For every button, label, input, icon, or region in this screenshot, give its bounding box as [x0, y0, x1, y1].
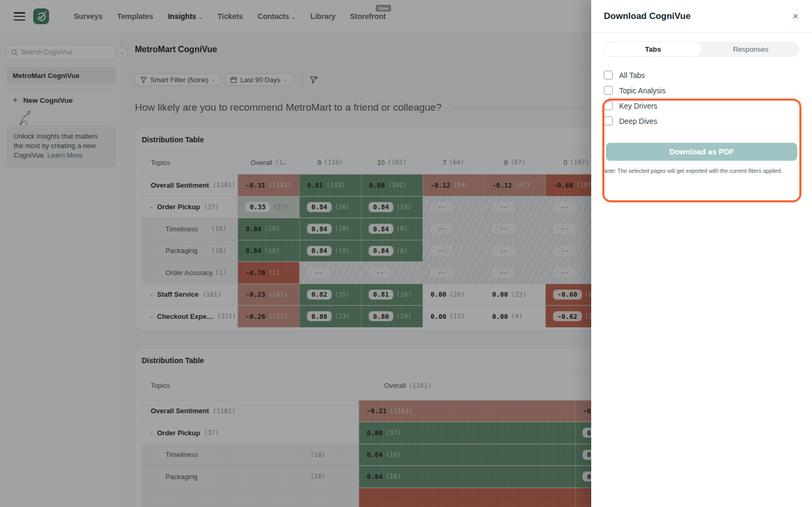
nav-item-library[interactable]: Library — [310, 12, 335, 21]
modal-title: Download CogniVue — [604, 11, 691, 22]
close-icon[interactable]: × — [793, 11, 798, 21]
modal-body: TabsResponses All TabsTopic AnalysisKey … — [591, 33, 812, 174]
topic-cell: Order Accuracy(1) — [142, 262, 238, 284]
score-cell[interactable]: 0.00(20) — [423, 284, 484, 306]
nav-item-contacts[interactable]: Contacts⌄ — [258, 12, 296, 21]
score-count: (35) — [335, 291, 350, 298]
new-cognivue-button[interactable]: + New CogniVue — [13, 95, 73, 105]
score-count: (8) — [396, 225, 408, 232]
score-value: -0.26 — [246, 313, 266, 320]
add-filter-button[interactable] — [309, 75, 318, 84]
score-pill: 0.80 — [369, 311, 393, 321]
empty-cell: -- — [299, 262, 361, 284]
score-cell[interactable]: 0.84(18) — [238, 240, 299, 262]
score-pill: 0.80 — [307, 311, 331, 321]
nav-item-tickets[interactable]: Tickets — [218, 12, 243, 21]
score-cell[interactable]: 0.84(10) — [299, 240, 361, 262]
checkbox[interactable] — [604, 86, 613, 95]
modal-tab-responses[interactable]: Responses — [702, 42, 800, 57]
search-box[interactable] — [6, 45, 116, 60]
score-pill: 0.84 — [369, 246, 393, 256]
sidebar-item-label: MetroMart CogniVue — [13, 72, 80, 80]
topic-label: Timeliness — [165, 225, 198, 233]
checkbox-row-key-drivers[interactable]: Key Drivers — [604, 101, 799, 110]
no-data-pill: -- — [431, 202, 453, 212]
score-cell[interactable]: 0.84(18) — [359, 444, 575, 466]
score-cell[interactable]: 0.84(20) — [299, 197, 361, 218]
date-range-button[interactable]: Last 90 Days ⌄ — [225, 73, 292, 86]
topic-cell[interactable]: ⌄Order Pickup(37) — [142, 422, 359, 444]
score-cell[interactable]: 0.84(8) — [361, 240, 423, 262]
nav-item-surveys[interactable]: Surveys — [74, 12, 102, 21]
score-cell[interactable]: 0.84(18) — [238, 218, 299, 240]
nav-item-templates[interactable]: Templates — [117, 12, 153, 21]
score-cell[interactable]: 0.80(102) — [361, 174, 423, 196]
score-cell[interactable]: -0.12(67) — [484, 174, 545, 196]
score-cell[interactable]: 0.84(16) — [361, 197, 423, 218]
sidebar-item-metromart-cognivue[interactable]: MetroMart CogniVue — [6, 67, 116, 83]
score-cell[interactable]: 0.80(20) — [361, 306, 423, 327]
score-cell[interactable]: 0.00(4) — [484, 306, 545, 327]
topic-cell[interactable]: ⌄Staff Service(181) — [142, 284, 238, 306]
app-logo[interactable] — [33, 8, 50, 25]
topic-label: Order Accuracy — [165, 269, 213, 277]
score-count: (311) — [269, 313, 288, 320]
sidebar-collapse-button[interactable]: ‹ — [116, 47, 128, 58]
score-cell[interactable]: 0.84(18) — [359, 466, 575, 487]
chevron-down-icon: ⌄ — [291, 14, 296, 20]
no-data-pill: -- — [553, 246, 575, 256]
score-count: (37) — [386, 429, 401, 436]
learn-more-link[interactable]: Learn More — [47, 151, 82, 159]
score-pill: -0.60 — [553, 290, 582, 299]
score-count: (67) — [515, 181, 531, 189]
empty-cell: -- — [484, 240, 545, 262]
score-cell[interactable]: -0.23(181) — [238, 284, 299, 306]
score-cell[interactable]: 0.81(118) — [299, 174, 361, 196]
download-as-pdf-button[interactable]: Download as PDF — [606, 143, 797, 161]
checkbox[interactable] — [604, 101, 613, 110]
checkbox-row-deep-dives[interactable]: Deep Dives — [604, 116, 799, 125]
hamburger-menu-icon[interactable] — [14, 12, 25, 21]
score-cell[interactable]: -0.70(1) — [238, 262, 299, 284]
score-pill: 0.84 — [307, 246, 331, 256]
score-cell[interactable]: 0.80(37) — [359, 422, 575, 444]
no-data-pill: -- — [431, 246, 453, 256]
sidebar: MetroMart CogniVue + New CogniVue Unlock… — [0, 33, 122, 507]
score-cell[interactable]: -0.12(64) — [423, 174, 484, 196]
score-value: -0.62 — [557, 313, 578, 320]
score-cell[interactable]: 0.00(13) — [423, 306, 484, 327]
score-cell[interactable]: 0.80(23) — [299, 306, 361, 327]
smart-filter-button[interactable]: Smart Filter (None) ⌄ — [135, 73, 221, 86]
topic-cell[interactable]: ⌄Order Pickup(37) — [142, 197, 238, 218]
score-value: 0.84 — [311, 247, 327, 255]
score-cell[interactable]: -0.26(311) — [238, 306, 299, 327]
score-cell[interactable]: 0.00(22) — [484, 284, 545, 306]
score-cell[interactable]: -0.31(1181) — [238, 174, 299, 196]
column-header: Topics — [142, 151, 238, 174]
checkbox-row-all-tabs[interactable]: All Tabs — [604, 71, 799, 80]
topic-label: Staff Service — [157, 290, 199, 298]
score-value: 0.84 — [246, 225, 261, 233]
topic-count: (18) — [310, 473, 326, 480]
no-data-pill: -- — [553, 268, 575, 277]
nav-item-storefront[interactable]: StorefrontNew — [350, 12, 386, 21]
modal-tab-tabs[interactable]: Tabs — [604, 42, 702, 57]
score-cell[interactable]: 0.82(35) — [299, 284, 361, 306]
score-value: -0.70 — [246, 269, 266, 277]
score-cell[interactable]: 0.84(8) — [361, 218, 423, 240]
checkbox[interactable] — [604, 116, 613, 125]
checkbox-label: Key Drivers — [619, 102, 657, 110]
checkbox-row-topic-analysis[interactable]: Topic Analysis — [604, 86, 799, 95]
search-input[interactable] — [21, 48, 111, 56]
topic-count: (18) — [310, 451, 326, 459]
topic-cell[interactable]: ⌄Checkout Expe…(311) — [142, 306, 238, 327]
score-cell[interactable]: 0.33(37) — [238, 197, 299, 218]
search-icon — [11, 49, 18, 56]
score-value: -0.60 — [557, 290, 578, 298]
score-cell[interactable]: 0.84(10) — [299, 218, 361, 240]
checkbox[interactable] — [604, 71, 613, 80]
score-cell[interactable]: -0.21(1181) — [359, 401, 575, 422]
nav-item-insights[interactable]: Insights⌄ — [168, 12, 203, 21]
score-cell[interactable]: 0.81(26) — [361, 284, 423, 306]
chevron-down-icon: ⌄ — [198, 14, 202, 20]
